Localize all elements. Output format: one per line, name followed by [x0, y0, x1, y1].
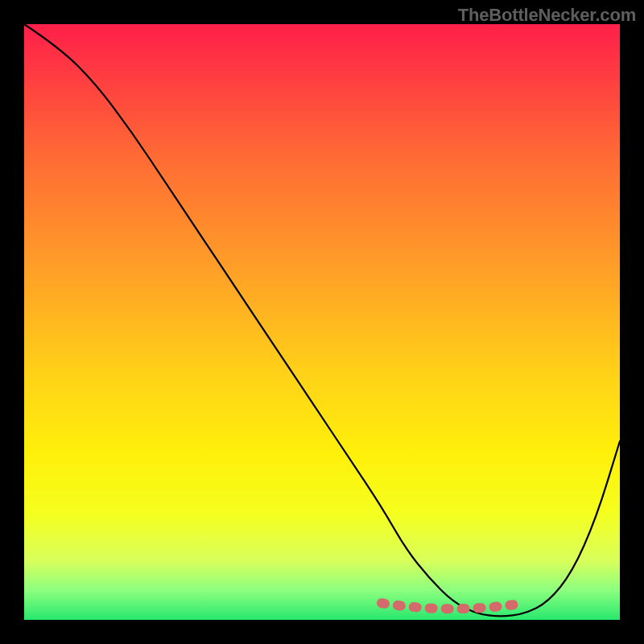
chart-svg [24, 24, 620, 620]
chart-container: TheBottleNecker.com [0, 0, 644, 644]
plot-area [24, 24, 620, 620]
bottleneck-curve [24, 24, 620, 616]
watermark-label: TheBottleNecker.com [458, 5, 636, 26]
trough-highlight [382, 603, 525, 609]
